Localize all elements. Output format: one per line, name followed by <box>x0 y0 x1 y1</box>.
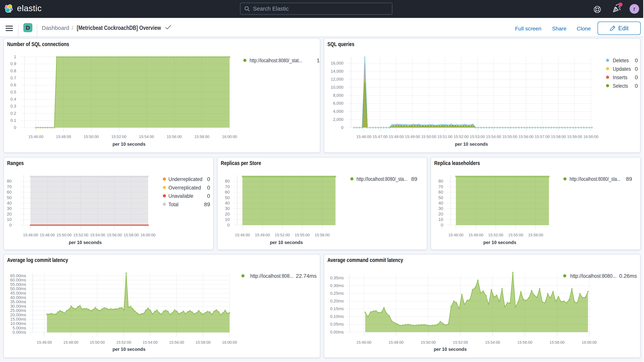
svg-text:0: 0 <box>207 193 210 199</box>
svg-text:per 10 seconds: per 10 seconds <box>270 240 303 245</box>
svg-text:15:54:00: 15:54:00 <box>90 233 105 237</box>
svg-text:per 10 seconds: per 10 seconds <box>434 347 466 352</box>
svg-text:30: 30 <box>7 206 12 211</box>
svg-text:70: 70 <box>225 184 230 189</box>
svg-text:Overreplicated: Overreplicated <box>168 185 201 191</box>
svg-text:15:55:00: 15:55:00 <box>294 233 310 237</box>
svg-text:16,000: 16,000 <box>331 61 344 66</box>
svg-text:Updates: Updates <box>613 66 631 72</box>
svg-text:Underreplicated: Underreplicated <box>168 176 202 182</box>
svg-text:15:48:00: 15:48:00 <box>389 134 404 139</box>
svg-text:0: 0 <box>14 125 16 130</box>
svg-text:40: 40 <box>7 201 12 206</box>
svg-text:6,000: 6,000 <box>333 101 344 106</box>
svg-text:15:52:00: 15:52:00 <box>453 340 468 344</box>
svg-text:1: 1 <box>14 54 16 59</box>
svg-text:0.05ms: 0.05ms <box>330 322 344 326</box>
svg-text:0.8: 0.8 <box>10 68 16 73</box>
svg-text:15:53:00: 15:53:00 <box>470 134 485 139</box>
svg-text:60: 60 <box>7 190 12 194</box>
svg-text:60: 60 <box>438 190 443 194</box>
svg-text:Unavailable: Unavailable <box>168 193 193 199</box>
svg-text:15:58:00: 15:58:00 <box>196 340 210 344</box>
svg-text:30: 30 <box>225 206 230 211</box>
svg-text:12,000: 12,000 <box>331 77 344 82</box>
svg-text:0: 0 <box>441 223 443 228</box>
svg-text:15:51:00: 15:51:00 <box>438 134 452 139</box>
svg-text:10: 10 <box>7 217 12 222</box>
svg-text:40.00ms: 40.00ms <box>10 295 26 300</box>
svg-text:Selects: Selects <box>613 83 628 89</box>
svg-text:15:48:00: 15:48:00 <box>56 134 71 139</box>
svg-text:15:48:00: 15:48:00 <box>40 233 55 237</box>
svg-text:15:58:00: 15:58:00 <box>194 134 210 139</box>
svg-text:15:46:00: 15:46:00 <box>28 134 44 139</box>
svg-text:15.00ms: 15.00ms <box>10 317 26 322</box>
svg-text:30: 30 <box>438 206 443 211</box>
svg-text:80: 80 <box>438 179 443 184</box>
svg-text:80: 80 <box>7 179 12 184</box>
svg-text:per 10 seconds: per 10 seconds <box>69 240 102 245</box>
svg-text:55.00ms: 55.00ms <box>10 282 26 287</box>
svg-text:10,000: 10,000 <box>331 85 344 90</box>
svg-text:15:54:00: 15:54:00 <box>142 340 158 344</box>
svg-text:25.00ms: 25.00ms <box>10 308 26 313</box>
svg-text:45.00ms: 45.00ms <box>10 291 26 296</box>
svg-text:0.2: 0.2 <box>10 111 16 116</box>
svg-text:15:58:00: 15:58:00 <box>528 233 543 237</box>
svg-text:15:54:00: 15:54:00 <box>485 340 500 344</box>
svg-text:40: 40 <box>225 201 230 206</box>
svg-text:0.30ms: 0.30ms <box>330 283 344 288</box>
svg-text:65.00ms: 65.00ms <box>10 274 26 278</box>
svg-text:15:46:00: 15:46:00 <box>23 233 38 237</box>
svg-text:50: 50 <box>7 195 12 200</box>
svg-text:15:52:00: 15:52:00 <box>275 233 290 237</box>
svg-text:15:50:00: 15:50:00 <box>421 134 436 139</box>
svg-text:89: 89 <box>411 176 417 182</box>
svg-text:16:00:00: 16:00:00 <box>582 340 597 344</box>
svg-text:15:46:00: 15:46:00 <box>448 233 464 237</box>
svg-text:20: 20 <box>7 212 12 216</box>
svg-text:15:49:00: 15:49:00 <box>405 134 420 139</box>
svg-text:15:58:00: 15:58:00 <box>550 340 564 344</box>
svg-text:Deletes: Deletes <box>613 58 629 64</box>
svg-text:15:54:00: 15:54:00 <box>139 134 154 139</box>
svg-text:10.00ms: 10.00ms <box>10 321 26 326</box>
svg-text:per 10 seconds: per 10 seconds <box>483 240 516 245</box>
svg-text:2,000: 2,000 <box>333 117 344 122</box>
svg-text:15:59:00: 15:59:00 <box>567 134 582 139</box>
svg-text:15:52:00: 15:52:00 <box>454 134 469 139</box>
svg-text:14,000: 14,000 <box>331 69 344 74</box>
svg-text:15:52:00: 15:52:00 <box>111 134 126 139</box>
svg-text:0.10ms: 0.10ms <box>330 314 344 319</box>
svg-text:0.00ms: 0.00ms <box>330 330 344 334</box>
svg-text:0.20ms: 0.20ms <box>330 299 344 304</box>
svg-text:15:46:00: 15:46:00 <box>356 340 371 344</box>
svg-text:40: 40 <box>438 201 443 206</box>
svg-text:20.00ms: 20.00ms <box>10 313 26 317</box>
svg-text:15:46:00: 15:46:00 <box>37 340 52 344</box>
svg-text:0.35ms: 0.35ms <box>330 276 344 280</box>
svg-text:http://localhost:808...: http://localhost:808... <box>250 273 294 279</box>
svg-text:15:57:00: 15:57:00 <box>535 134 550 139</box>
svg-text:16:00:00: 16:00:00 <box>140 233 156 237</box>
svg-text:15:54:00: 15:54:00 <box>486 134 501 139</box>
svg-text:0: 0 <box>635 74 638 80</box>
svg-text:60.00ms: 60.00ms <box>10 278 26 282</box>
svg-text:15:56:00: 15:56:00 <box>518 134 534 139</box>
svg-text:0.26ms: 0.26ms <box>619 273 637 279</box>
svg-text:10: 10 <box>225 217 230 222</box>
svg-text:0: 0 <box>207 185 210 191</box>
svg-text:0: 0 <box>341 125 344 130</box>
svg-text:15:46:00: 15:46:00 <box>235 233 250 237</box>
svg-text:22.74ms: 22.74ms <box>296 273 316 279</box>
svg-text:0.7: 0.7 <box>10 76 16 80</box>
svg-text:50.00ms: 50.00ms <box>10 286 26 291</box>
svg-text:15:56:00: 15:56:00 <box>107 233 122 237</box>
svg-text:70: 70 <box>7 184 12 189</box>
svg-text:http://localhost:8080/_sta...: http://localhost:8080/_sta... <box>356 176 408 182</box>
svg-text:0.1: 0.1 <box>10 118 16 123</box>
svg-text:16:00:00: 16:00:00 <box>583 134 598 139</box>
svg-text:0: 0 <box>635 83 638 89</box>
svg-text:10: 10 <box>438 217 443 222</box>
